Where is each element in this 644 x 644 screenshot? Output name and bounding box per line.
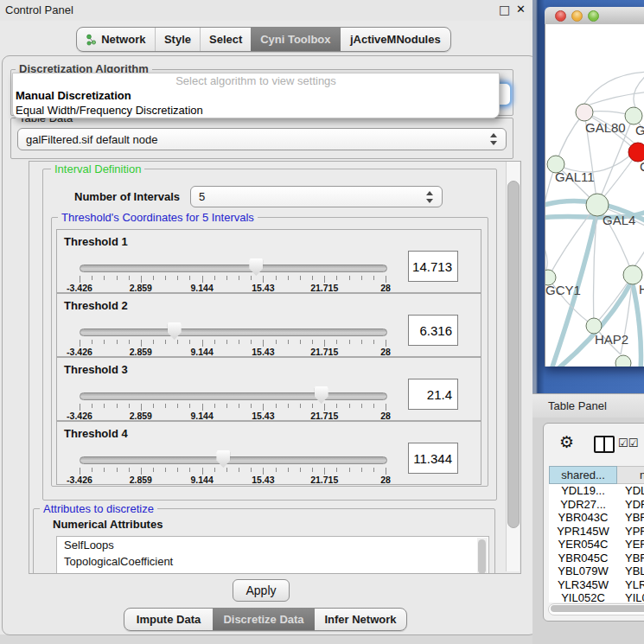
attribute-list-item[interactable]: TopologicalCoefficient [57,553,488,570]
cell-shared-name: YBL079W [549,564,617,578]
tick-label: -3.426 [67,347,92,357]
threshold-value-box[interactable]: 6.316 [408,315,458,346]
settings-vertical-scrollbar[interactable] [506,162,520,571]
tick-mark [153,404,154,408]
table-horizontal-scrollbar[interactable] [548,603,644,615]
gear-icon[interactable]: ⚙ [559,432,574,451]
attribute-list-item[interactable]: SelfLoops [57,537,488,553]
table-row[interactable]: YDR27...YDR2 [549,498,644,512]
table-row[interactable]: YBL079WYBL0 [549,564,644,578]
tick-mark [129,468,130,472]
column-header-shared[interactable]: shared... [549,466,617,484]
tick-mark [165,276,166,280]
dropdown-placeholder-item[interactable]: Select algorithm to view settings [13,73,499,88]
tab-impute-data[interactable]: Impute Data [124,609,213,630]
tick-label: 21.715 [310,475,338,485]
tick-mark [324,468,325,475]
attribute-list-item[interactable]: BetweennessCentrality [57,569,488,574]
table-row[interactable]: YBR045CYBR0 [549,552,644,565]
tick-mark [263,276,264,283]
tick-mark [104,404,105,408]
tick-mark [276,276,277,280]
threshold-value-box[interactable]: 11.344 [408,443,458,474]
tab-label: Select [209,33,242,46]
scrollbar-thumb[interactable] [507,181,520,528]
tab-network[interactable]: Network [77,28,155,51]
table-row[interactable]: YPR145WYPR1 [549,525,644,539]
cell-shared-name: YER054C [549,538,617,552]
tick-mark [92,404,92,408]
float-window-icon[interactable]: □ [499,3,510,16]
threshold-value-box[interactable]: 14.713 [408,251,458,282]
threshold-slider-track[interactable] [80,265,387,272]
tick-mark [177,468,178,472]
table-row[interactable]: YER054CYER0 [549,538,644,552]
column-header-name[interactable]: na [617,466,644,484]
threshold-panel-3: Threshold 3-3.4262.8599.14415.4321.71528… [56,357,481,421]
checkboxes-icon[interactable]: ☑☑ [618,437,638,450]
table-row[interactable]: YBR043CYBR0 [549,511,644,525]
cell-shared-name: YPR145W [549,525,617,539]
table-panel-titlebar: Table Panel [532,393,644,418]
apply-button[interactable]: Apply [233,579,290,602]
minimize-traffic-light-icon[interactable] [571,10,583,22]
tick-mark [165,404,166,408]
zoom-traffic-light-icon[interactable] [588,10,599,22]
network-node-gal80[interactable] [576,104,593,121]
close-icon[interactable]: ✕ [516,3,526,16]
number-of-intervals-combobox[interactable]: 5 [190,186,443,207]
attributes-list-scrollbar[interactable] [477,538,488,574]
tick-mark [177,276,178,280]
threshold-slider-track[interactable] [80,328,387,336]
tick-mark [226,468,227,472]
tick-mark [276,468,277,472]
close-traffic-light-icon[interactable] [555,10,566,22]
table-row[interactable]: YIL052CYIL0 [549,591,644,603]
node-label: GAL11 [555,169,595,184]
network-canvas[interactable]: GAL80GACGAL11GAL4GCY1HHAP2 [545,24,644,367]
tick-mark [214,468,215,472]
threshold-slider-track[interactable] [80,392,387,400]
threshold-slider-thumb[interactable] [249,258,263,276]
threshold-value-box[interactable]: 21.4 [408,379,458,410]
tab-cyni-toolbox[interactable]: Cyni Toolbox [251,28,341,51]
cell-shared-name: YBR045C [549,552,617,565]
node-label: GAL80 [585,120,626,135]
threshold-slider-thumb[interactable] [315,386,328,404]
columns-icon[interactable] [594,436,615,453]
tick-mark [349,404,350,408]
tick-mark [386,340,386,347]
tick-mark [153,276,154,280]
tab-discretize-data[interactable]: Discretize Data [213,609,315,630]
tick-mark [141,340,142,347]
tick-mark [226,404,227,408]
tab-select[interactable]: Select [200,28,251,51]
network-node[interactable] [615,355,631,367]
threshold-slider-thumb[interactable] [216,450,230,468]
cell-shared-name: YDR27... [549,498,617,512]
tick-label: 28 [380,475,391,485]
tick-mark [251,340,252,344]
tick-mark [92,468,92,472]
scrollbar-thumb[interactable] [478,539,486,574]
tab-infer-network[interactable]: Infer Network [315,609,406,630]
threshold-slider-thumb[interactable] [168,322,182,340]
dropdown-option-equal-width[interactable]: Equal Width/Frequency Discretization [13,103,499,118]
dropdown-option-manual-discretization[interactable]: Manual Discretization [13,88,499,103]
scrollbar-thumb[interactable] [551,605,644,612]
network-node-ga[interactable] [625,107,642,124]
tick-mark [153,468,154,472]
tab-style[interactable]: Style [155,28,201,51]
numerical-attributes-list[interactable]: SelfLoopsTopologicalCoefficientBetweenne… [56,536,489,574]
tick-mark [312,404,313,408]
threshold-slider-track[interactable] [80,456,387,464]
tick-mark [386,468,386,475]
tick-label: 28 [380,283,391,293]
threshold-panel-2: Threshold 2-3.4262.8599.14415.4321.71528… [56,293,481,357]
tick-mark [251,468,252,472]
tick-mark [312,340,313,344]
table-row[interactable]: YDL19...YDL1 [549,484,644,498]
tab-jactivemnodules[interactable]: jActiveMNodules [341,28,450,51]
table-data-combobox[interactable]: galFiltered.sif default node [17,128,507,150]
table-row[interactable]: YLR345WYLR3 [549,578,644,592]
